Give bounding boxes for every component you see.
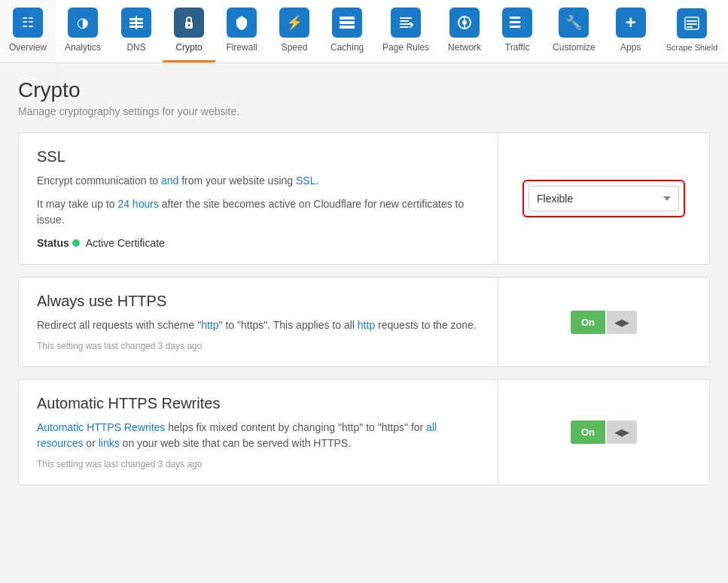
nav-label-customize: Customize [553,42,595,53]
nav-item-traffic[interactable]: Traffic [491,0,544,62]
ssl-select-wrapper: Off Flexible Full Full (Strict) [522,180,685,217]
traffic-icon [502,8,532,38]
nav-label-scrape-shield: Scrape Shield [666,43,718,53]
https-card-title: Always use HTTPS [37,293,480,310]
network-icon [449,8,480,38]
nav-label-page-rules: Page Rules [382,42,429,53]
https-card-last-changed: This setting was last changed 3 days ago [37,341,480,351]
ssl-status-dot [72,239,80,247]
rewrites-desc-link-title[interactable]: Automatic HTTPS Rewrites [37,421,165,433]
https-desc-text1: Redirect all requests with scheme " [37,319,201,331]
speed-icon: ⚡ [279,8,309,38]
ssl-card-desc: Encrypt communication to and from your w… [37,173,480,189]
ssl-card-title: SSL [37,148,480,165]
crypto-icon [174,8,204,38]
nav-label-caching: Caching [330,42,364,53]
firewall-icon [227,8,257,38]
analytics-icon: ◑ [68,8,98,38]
svg-rect-18 [520,26,525,28]
ssl-desc-text2: from your website using [178,175,296,187]
svg-rect-7 [340,21,355,24]
svg-rect-6 [340,17,355,20]
https-desc-text2: " to "https". This applies to all [219,319,358,331]
https-desc-text3: requests to the zone. [375,319,477,331]
nav-item-apps[interactable]: + Apps [605,0,657,62]
nav-item-speed[interactable]: ⚡ Speed [268,0,321,62]
nav-item-page-rules[interactable]: Page Rules [373,0,438,62]
rewrites-card-title: Automatic HTTPS Rewrites [37,395,480,412]
https-card-desc: Redirect all requests with scheme "http"… [37,317,480,333]
https-card-main: Always use HTTPS Redirect all requests w… [19,278,498,366]
svg-rect-21 [687,23,697,25]
svg-rect-16 [520,17,525,19]
page-title: Crypto [18,78,710,102]
rewrites-card-desc: Automatic HTTPS Rewrites helps fix mixed… [37,420,480,451]
ssl-card-note: It may take up to 24 hours after the sit… [37,196,480,228]
nav-item-overview[interactable]: ☷ Overview [0,0,56,62]
rewrites-toggle-arrows-button[interactable]: ◀▶ [607,421,637,444]
https-card: Always use HTTPS Redirect all requests w… [18,277,710,367]
rewrites-card-main: Automatic HTTPS Rewrites Automatic HTTPS… [19,380,498,484]
dns-icon [121,8,151,38]
rewrites-desc-text2: or [83,437,98,449]
caching-icon [332,8,362,38]
page-subtitle: Manage cryptography settings for your we… [18,105,710,117]
ssl-select[interactable]: Off Flexible Full Full (Strict) [528,186,679,211]
scrape-shield-icon [677,8,707,38]
https-card-side: On ◀▶ [498,278,709,366]
nav-item-customize[interactable]: 🔧 Customize [544,0,605,62]
rewrites-desc-text3: on your web site that can be served with… [120,437,351,449]
top-nav: ☷ Overview ◑ Analytics DNS Crypto Firewa… [0,0,728,63]
svg-rect-20 [687,20,697,22]
https-toggle-arrows-button[interactable]: ◀▶ [607,311,637,334]
svg-point-5 [188,24,190,26]
nav-item-caching[interactable]: Caching [321,0,373,62]
nav-item-dns[interactable]: DNS [110,0,163,62]
ssl-note-link-24h[interactable]: 24 hours [117,198,158,210]
ssl-card-side: Off Flexible Full Full (Strict) [498,133,709,264]
ssl-desc-text3: . [315,175,318,187]
ssl-note-text1: It may take up to [37,198,117,210]
apps-icon: + [616,8,646,38]
rewrites-card: Automatic HTTPS Rewrites Automatic HTTPS… [18,379,710,485]
nav-label-apps: Apps [620,42,641,53]
page-content: Crypto Manage cryptography settings for … [0,63,728,512]
https-desc-link-http[interactable]: http [201,319,218,331]
overview-icon: ☷ [13,8,43,38]
ssl-card: SSL Encrypt communication to and from yo… [18,132,710,265]
nav-label-traffic: Traffic [505,42,530,53]
nav-label-speed: Speed [282,42,308,53]
https-toggle-group: On ◀▶ [571,311,637,334]
nav-item-scrape-shield[interactable]: Scrape Shield [657,0,727,62]
rewrites-toggle-on-button[interactable]: On [571,421,605,444]
page-rules-icon [391,8,421,38]
nav-label-crypto: Crypto [175,42,202,53]
https-desc-link-http2[interactable]: http [358,319,375,331]
nav-item-network[interactable]: Network [438,0,491,62]
customize-icon: 🔧 [559,8,589,38]
nav-item-crypto[interactable]: Crypto [163,0,215,62]
rewrites-desc-text1: helps fix mixed content by changing "htt… [168,421,426,433]
nav-item-analytics[interactable]: ◑ Analytics [56,0,110,62]
svg-point-10 [462,20,467,25]
svg-rect-17 [520,21,525,23]
nav-label-dns: DNS [126,42,145,53]
nav-label-firewall: Firewall [226,42,257,53]
svg-rect-8 [340,26,355,29]
ssl-status: Status Active Certificate [37,237,480,249]
rewrites-card-last-changed: This setting was last changed 3 days ago [37,459,480,469]
ssl-status-text: Active Certificate [86,237,165,249]
ssl-desc-link-ssl[interactable]: SSL [296,175,315,187]
ssl-status-label: Status [37,237,69,249]
nav-label-overview: Overview [9,42,47,53]
rewrites-card-side: On ◀▶ [498,380,709,484]
nav-item-firewall[interactable]: Firewall [215,0,268,62]
ssl-desc-text1: Encrypt communication to [37,175,161,187]
ssl-card-main: SSL Encrypt communication to and from yo… [19,133,498,264]
https-toggle-on-button[interactable]: On [571,311,605,334]
svg-rect-22 [687,26,693,28]
rewrites-desc-link-links[interactable]: links [99,437,120,449]
ssl-desc-link-and[interactable]: and [161,175,178,187]
nav-label-network: Network [448,42,481,53]
rewrites-toggle-group: On ◀▶ [571,421,637,444]
